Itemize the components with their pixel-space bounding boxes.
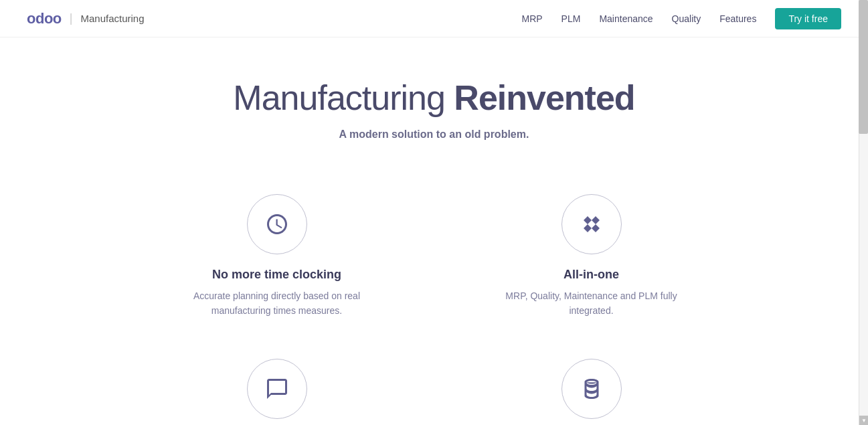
all-in-one-title: All-in-one <box>563 268 619 282</box>
navbar: odoo | Manufacturing MRP PLM Maintenance… <box>0 0 868 37</box>
time-clocking-desc: Accurate planning directly based on real… <box>170 288 384 319</box>
navbar-left: odoo | Manufacturing <box>27 10 145 27</box>
odoo-logo[interactable]: odoo <box>27 10 62 27</box>
time-clocking-icon-circle <box>247 194 307 254</box>
all-in-one-icon-circle <box>561 194 622 254</box>
nav-link-features[interactable]: Features <box>719 13 756 24</box>
hero-subtitle: A modern solution to an old problem. <box>27 129 841 141</box>
realtime-icon-circle <box>247 359 307 419</box>
scrollbar-track: ▼ <box>859 0 868 425</box>
navbar-module-label: Manufacturing <box>80 13 144 24</box>
hero-title-bold: Reinvented <box>454 78 634 117</box>
scrollbar-down-arrow[interactable]: ▼ <box>859 416 868 425</box>
nav-link-maintenance[interactable]: Maintenance <box>599 13 653 24</box>
navbar-divider: | <box>70 11 73 25</box>
hero-section: Manufacturing Reinvented A modern soluti… <box>0 37 868 167</box>
navbar-right: MRP PLM Maintenance Quality Features Try… <box>521 8 841 29</box>
features-grid: No more time clocking Accurate planning … <box>66 167 802 425</box>
odoo-logo-text: odoo <box>27 10 62 27</box>
nav-link-quality[interactable]: Quality <box>672 13 701 24</box>
clock-icon <box>265 212 289 236</box>
feature-card-all-in-one: All-in-one MRP, Quality, Maintenance and… <box>434 181 749 332</box>
hero-title-regular: Manufacturing <box>233 78 454 117</box>
feature-card-time-clocking: No more time clocking Accurate planning … <box>120 181 434 332</box>
feature-card-shop-floor: Shop floor automation Capture data in re… <box>434 345 749 425</box>
nav-link-plm[interactable]: PLM <box>561 13 581 24</box>
scrollbar-thumb[interactable] <box>859 0 868 134</box>
all-in-one-desc: MRP, Quality, Maintenance and PLM fully … <box>485 288 699 319</box>
chat-icon <box>265 377 289 401</box>
time-clocking-title: No more time clocking <box>212 268 341 282</box>
try-it-free-button[interactable]: Try it free <box>775 8 841 29</box>
hero-title: Manufacturing Reinvented <box>27 78 841 118</box>
shop-floor-icon-circle <box>561 359 622 419</box>
feature-card-realtime: Realtime Communication Display worksheet… <box>120 345 434 425</box>
nav-link-mrp[interactable]: MRP <box>521 13 542 24</box>
database-icon <box>580 377 604 401</box>
boxes-icon <box>580 212 604 236</box>
